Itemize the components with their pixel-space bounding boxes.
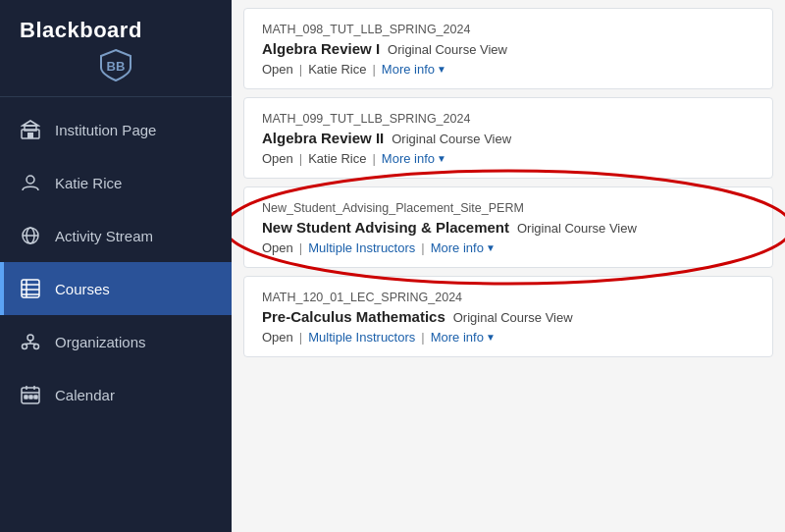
- sidebar-item-courses[interactable]: Courses: [0, 262, 232, 315]
- more-info-link[interactable]: More info ▼: [431, 240, 496, 255]
- sidebar-item-label: Organizations: [55, 334, 146, 350]
- svg-text:BB: BB: [107, 59, 126, 74]
- separator: |: [372, 151, 375, 166]
- svg-line-18: [25, 344, 30, 345]
- chevron-down-icon: ▼: [437, 64, 446, 75]
- more-info-link[interactable]: More info ▼: [431, 330, 496, 345]
- shield-icon: BB: [20, 47, 212, 82]
- course-card: MATH_099_TUT_LLB_SPRING_2024 Algebra Rev…: [243, 97, 773, 179]
- course-meta: Open | Multiple Instructors | More info …: [262, 240, 755, 255]
- course-code: MATH_120_01_LEC_SPRING_2024: [262, 291, 755, 304]
- separator: |: [421, 330, 424, 345]
- course-view-tag: Original Course View: [453, 310, 573, 325]
- course-title[interactable]: Algebra Review II: [262, 130, 384, 146]
- separator: |: [299, 62, 302, 77]
- calendar-icon: [20, 384, 41, 405]
- courses-icon: [20, 278, 41, 299]
- svg-point-14: [27, 335, 33, 341]
- course-list: MATH_098_TUT_LLB_SPRING_2024 Algebra Rev…: [232, 0, 785, 357]
- sidebar-item-organizations[interactable]: Organizations: [0, 315, 232, 368]
- chevron-down-icon: ▼: [486, 242, 496, 253]
- separator: |: [299, 240, 302, 255]
- course-title-row: Algebra Review II Original Course View: [262, 130, 755, 146]
- chevron-down-icon: ▼: [437, 153, 446, 164]
- user-icon: [20, 172, 41, 193]
- instructor-name: Katie Rice: [308, 151, 366, 166]
- sidebar-item-label: Katie Rice: [55, 175, 122, 191]
- activity-stream-icon: [20, 225, 41, 246]
- course-status: Open: [262, 62, 293, 77]
- course-title-row: Algebra Review I Original Course View: [262, 40, 755, 57]
- sidebar-item-label: Calendar: [55, 387, 115, 403]
- course-meta: Open | Multiple Instructors | More info …: [262, 330, 755, 345]
- instructor-link[interactable]: Multiple Instructors: [308, 330, 415, 345]
- course-code: New_Student_Advising_Placement_Site_PERM: [262, 201, 755, 215]
- course-meta: Open | Katie Rice | More info ▼: [262, 151, 755, 166]
- svg-point-16: [34, 345, 39, 349]
- course-view-tag: Original Course View: [388, 42, 507, 57]
- app-logo: Blackboard BB: [0, 0, 232, 97]
- instructor-name: Katie Rice: [308, 62, 366, 77]
- svg-rect-25: [29, 396, 32, 399]
- separator: |: [421, 240, 424, 255]
- course-title[interactable]: New Student Advising & Placement: [262, 219, 509, 236]
- app-name: Blackboard: [20, 18, 212, 43]
- svg-line-19: [30, 344, 36, 345]
- chevron-down-icon: ▼: [486, 332, 496, 343]
- separator: |: [299, 151, 302, 166]
- sidebar-item-label: Institution Page: [55, 122, 156, 138]
- course-title[interactable]: Algebra Review I: [262, 40, 380, 57]
- course-card: MATH_098_TUT_LLB_SPRING_2024 Algebra Rev…: [243, 8, 773, 89]
- institution-icon: [20, 119, 41, 140]
- organizations-icon: [20, 331, 41, 352]
- separator: |: [372, 62, 375, 77]
- course-title-row: Pre-Calculus Mathematics Original Course…: [262, 308, 755, 325]
- sidebar: Blackboard BB Institution Page: [0, 0, 232, 532]
- separator: |: [299, 330, 302, 345]
- course-status: Open: [262, 330, 293, 345]
- sidebar-item-calendar[interactable]: Calendar: [0, 368, 232, 421]
- svg-point-15: [23, 345, 27, 349]
- course-meta: Open | Katie Rice | More info ▼: [262, 62, 755, 77]
- more-info-link[interactable]: More info ▼: [382, 62, 446, 77]
- sidebar-item-institution-page[interactable]: Institution Page: [0, 103, 232, 156]
- course-code: MATH_099_TUT_LLB_SPRING_2024: [262, 112, 755, 126]
- instructor-link[interactable]: Multiple Instructors: [308, 240, 415, 255]
- course-status: Open: [262, 240, 293, 255]
- course-title[interactable]: Pre-Calculus Mathematics: [262, 308, 445, 325]
- sidebar-item-label: Courses: [55, 281, 110, 297]
- more-info-link[interactable]: More info ▼: [382, 151, 446, 166]
- svg-marker-3: [23, 121, 38, 126]
- course-view-tag: Original Course View: [392, 132, 511, 146]
- course-status: Open: [262, 151, 293, 166]
- svg-point-5: [26, 176, 34, 184]
- course-code: MATH_098_TUT_LLB_SPRING_2024: [262, 23, 755, 36]
- course-card: MATH_120_01_LEC_SPRING_2024 Pre-Calculus…: [243, 276, 773, 357]
- sidebar-navigation: Institution Page Katie Rice Activity Str…: [0, 97, 232, 421]
- svg-rect-24: [25, 396, 27, 399]
- sidebar-item-katie-rice[interactable]: Katie Rice: [0, 156, 232, 209]
- sidebar-item-label: Activity Stream: [55, 228, 153, 244]
- sidebar-item-activity-stream[interactable]: Activity Stream: [0, 209, 232, 262]
- svg-rect-4: [27, 133, 33, 138]
- main-content: MATH_098_TUT_LLB_SPRING_2024 Algebra Rev…: [232, 0, 785, 532]
- course-view-tag: Original Course View: [517, 221, 637, 236]
- course-card: New_Student_Advising_Placement_Site_PERM…: [243, 186, 773, 268]
- course-title-row: New Student Advising & Placement Origina…: [262, 219, 755, 236]
- svg-rect-26: [34, 396, 37, 399]
